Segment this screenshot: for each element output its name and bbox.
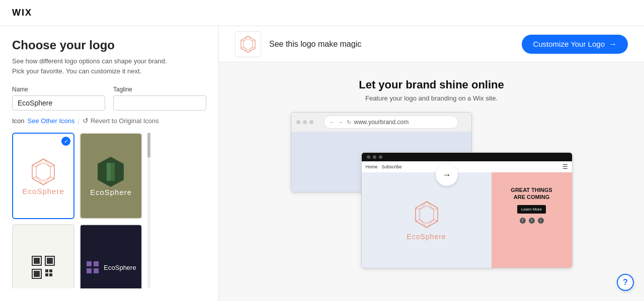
logo-grid: EcoSphere EcoSphere <box>12 133 144 288</box>
preview-content: Let your brand shine online Feature your… <box>219 62 644 301</box>
logo-card-1[interactable]: EcoSphere <box>12 133 74 219</box>
svg-rect-21 <box>45 273 48 276</box>
secondary-browser-nav: Home Subscribe ☰ <box>362 161 572 172</box>
svg-line-45 <box>416 220 420 221</box>
left-panel: Choose your logo See how different logo … <box>0 26 219 301</box>
icon-label: Icon <box>12 117 25 125</box>
browser-mockup: ← → ↻ www.yourbrand.com → <box>291 112 573 268</box>
revert-button[interactable]: ↺ Revert to Original Icons <box>83 117 159 125</box>
svg-line-42 <box>434 220 438 221</box>
header: WIX <box>0 0 644 26</box>
secondary-brand-name: EcoSphere <box>407 233 446 241</box>
secondary-browser-content: EcoSphere GREAT THINGS ARE COMING Learn … <box>362 172 572 268</box>
nav-subscribe-link: Subscribe <box>382 164 402 169</box>
brand-shine-title: Let your brand shine online <box>359 78 504 91</box>
see-other-icons-link[interactable]: See Other Icons <box>28 117 75 125</box>
svg-rect-25 <box>87 268 92 273</box>
svg-line-9 <box>32 165 36 167</box>
secondary-browser-right: GREAT THINGS ARE COMING Learn More f t i <box>492 172 572 268</box>
revert-label: Revert to Original Icons <box>91 117 159 125</box>
svg-rect-24 <box>94 261 99 266</box>
svg-rect-20 <box>49 269 52 272</box>
tagline-label: Tagline <box>113 86 206 93</box>
secondary-nav-links: Home Subscribe <box>366 164 402 169</box>
choose-title: Choose your logo <box>12 38 206 52</box>
svg-line-7 <box>36 177 43 185</box>
browser-titlebar: ← → ↻ www.yourbrand.com <box>291 113 471 132</box>
nav-home-link: Home <box>366 164 378 169</box>
browser-dot-1 <box>296 120 300 124</box>
logo-card-2[interactable]: EcoSphere <box>79 133 142 219</box>
preview-magic-text: See this logo make magic <box>269 40 361 49</box>
svg-line-36 <box>241 40 244 41</box>
card-2-brand: EcoSphere <box>90 188 132 196</box>
instagram-icon: i <box>538 218 544 224</box>
svg-line-6 <box>43 177 50 185</box>
next-arrow-button[interactable]: → <box>436 164 458 186</box>
svg-rect-26 <box>94 268 99 273</box>
svg-line-31 <box>253 40 255 41</box>
browser-url: www.yourbrand.com <box>354 119 409 126</box>
svg-rect-18 <box>34 271 40 277</box>
hexagon-icon <box>97 156 125 188</box>
svg-line-40 <box>427 202 434 210</box>
browser-dot-2 <box>303 120 307 124</box>
svg-rect-12 <box>111 163 115 181</box>
svg-line-35 <box>241 47 244 48</box>
svg-line-43 <box>427 220 434 228</box>
preview-header: See this logo make magic Customize Your … <box>219 26 644 62</box>
polygon-icon <box>28 157 58 187</box>
svg-rect-14 <box>34 258 40 264</box>
customize-btn-label: Customize Your Logo <box>533 40 605 48</box>
svg-line-3 <box>43 159 50 167</box>
browser-dot-3 <box>309 120 313 124</box>
preview-logo-icon <box>239 35 257 53</box>
svg-line-4 <box>50 165 54 167</box>
svg-rect-19 <box>45 269 48 272</box>
logo-card-3[interactable] <box>12 224 74 288</box>
card-1-brand: EcoSphere <box>23 187 64 195</box>
browser-nav-back: ← <box>330 119 335 125</box>
help-button[interactable]: ? <box>617 274 634 291</box>
logo-grid-wrapper: EcoSphere EcoSphere <box>12 133 206 288</box>
learn-more-button[interactable]: Learn More <box>517 205 546 214</box>
social-icons-row: f t i <box>496 218 568 224</box>
svg-line-41 <box>434 208 438 210</box>
secondary-dot-3 <box>379 155 382 159</box>
tagline-input[interactable] <box>113 95 206 111</box>
secondary-browser-left: EcoSphere <box>362 172 492 268</box>
tagline-field-group: Tagline <box>113 86 206 111</box>
secondary-dot-2 <box>373 155 376 159</box>
browser-address-bar: ← → ↻ www.yourbrand.com <box>324 116 458 129</box>
preview-header-left: See this logo make magic <box>235 31 361 57</box>
secondary-browser-titlebar <box>362 153 572 161</box>
customize-logo-button[interactable]: Customize Your Logo → <box>522 35 628 54</box>
logo-grid-scrollbar-thumb <box>147 133 150 158</box>
svg-rect-22 <box>49 273 52 276</box>
great-things-text: GREAT THINGS ARE COMING <box>496 186 568 201</box>
separator: | <box>78 117 79 125</box>
fields-row: Name Tagline <box>12 86 206 111</box>
svg-line-32 <box>253 47 255 48</box>
card4-brand: EcoSphere <box>104 264 136 271</box>
secondary-logo-icon <box>412 199 442 230</box>
choose-subtitle: See how different logo options can shape… <box>12 56 206 76</box>
browser-reload-icon: ↻ <box>347 119 351 126</box>
svg-marker-38 <box>420 206 434 224</box>
svg-marker-28 <box>244 39 253 50</box>
icon-row: Icon See Other Icons | ↺ Revert to Origi… <box>12 117 206 125</box>
logo-grid-scrollbar[interactable] <box>147 133 150 288</box>
svg-line-44 <box>420 220 427 228</box>
right-panel: See this logo make magic Customize Your … <box>219 26 644 301</box>
browser-nav-forward: → <box>338 119 344 125</box>
secondary-browser: Home Subscribe ☰ <box>361 152 573 268</box>
svg-rect-16 <box>47 258 53 264</box>
name-input[interactable] <box>12 95 105 111</box>
logo-card-4[interactable]: EcoSphere <box>79 224 142 288</box>
brand-shine-subtitle: Feature your logo and branding on a Wix … <box>365 94 498 102</box>
secondary-dot-1 <box>367 155 370 159</box>
name-field-group: Name <box>12 86 105 111</box>
svg-line-8 <box>32 177 36 178</box>
card4-icon <box>86 260 100 274</box>
hamburger-icon: ☰ <box>562 163 568 170</box>
